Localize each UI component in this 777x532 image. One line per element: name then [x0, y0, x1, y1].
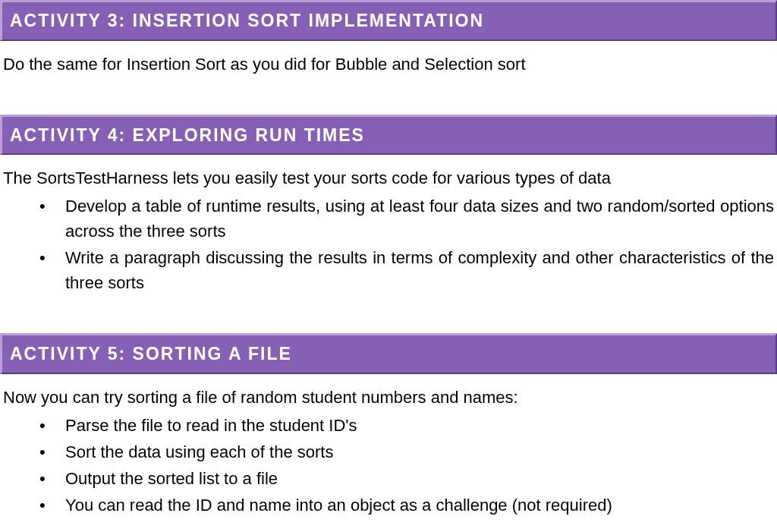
list-item: You can read the ID and name into an obj…: [39, 493, 774, 518]
activity-5: ACTIVITY 5: SORTING A FILE Now you can t…: [0, 333, 777, 518]
list-item: Write a paragraph discussing the results…: [39, 245, 774, 295]
list-item: Sort the data using each of the sorts: [39, 439, 774, 464]
activity-3-body: Do the same for Insertion Sort as you di…: [0, 41, 777, 77]
activity-4-heading: ACTIVITY 4: EXPLORING RUN TIMES: [0, 115, 777, 156]
activity-4-intro: The SortsTestHarness lets you easily tes…: [3, 165, 774, 190]
activity-3: ACTIVITY 3: INSERTION SORT IMPLEMENTATIO…: [0, 0, 777, 77]
activity-4-bullets: Develop a table of runtime results, usin…: [3, 194, 774, 295]
activity-5-bullets: Parse the file to read in the student ID…: [3, 413, 774, 518]
activity-5-heading: ACTIVITY 5: SORTING A FILE: [0, 333, 777, 374]
list-item: Develop a table of runtime results, usin…: [39, 194, 774, 244]
activity-4-body: The SortsTestHarness lets you easily tes…: [0, 155, 777, 295]
activity-3-intro: Do the same for Insertion Sort as you di…: [3, 52, 774, 77]
activity-5-intro: Now you can try sorting a file of random…: [3, 385, 774, 410]
activity-4: ACTIVITY 4: EXPLORING RUN TIMES The Sort…: [0, 115, 777, 296]
list-item: Output the sorted list to a file: [39, 466, 774, 491]
activity-5-body: Now you can try sorting a file of random…: [0, 374, 777, 518]
activity-3-heading: ACTIVITY 3: INSERTION SORT IMPLEMENTATIO…: [0, 0, 777, 41]
list-item: Parse the file to read in the student ID…: [39, 413, 774, 438]
